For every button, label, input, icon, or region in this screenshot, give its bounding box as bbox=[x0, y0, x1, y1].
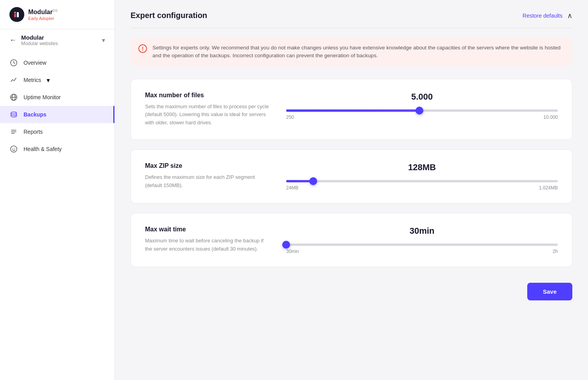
svg-rect-2 bbox=[14, 12, 16, 13]
restore-defaults-button[interactable]: Restore defaults bbox=[523, 13, 563, 19]
sidebar-item-overview[interactable]: Overview bbox=[0, 54, 114, 71]
config-control-max-zip: 128MB 24MB 1.024MB bbox=[286, 162, 558, 191]
logo-subtitle: Early Adopter bbox=[28, 16, 58, 21]
nav-back-text: Modular Modular websites bbox=[21, 34, 58, 46]
warning-text: Settings for experts only. We recommend … bbox=[152, 44, 564, 60]
nav-back-sub: Modular websites bbox=[21, 41, 58, 46]
nav-menu: Overview Metrics ▾ Uptime Monitor Backup… bbox=[0, 51, 114, 161]
config-section-max-zip: Max ZIP size Defines the maximum size fo… bbox=[131, 149, 572, 204]
config-desc-max-zip: Defines the maximum size for each ZIP se… bbox=[145, 173, 270, 190]
save-button[interactable]: Save bbox=[527, 283, 572, 300]
config-name-max-zip: Max ZIP size bbox=[145, 162, 270, 169]
sidebar-item-health-label: Health & Safety bbox=[24, 146, 62, 152]
sidebar-item-uptime-monitor[interactable]: Uptime Monitor bbox=[0, 89, 114, 106]
sidebar-item-backups-label: Backups bbox=[24, 111, 46, 118]
config-info-max-wait: Max wait time Maximum time to wait befor… bbox=[145, 226, 270, 253]
clock-icon bbox=[9, 58, 18, 67]
svg-rect-0 bbox=[14, 14, 16, 17]
config-info-max-zip: Max ZIP size Defines the maximum size fo… bbox=[145, 162, 270, 190]
svg-point-7 bbox=[11, 112, 16, 114]
save-bar: Save bbox=[131, 276, 572, 300]
back-arrow-icon: ← bbox=[9, 36, 16, 44]
page-title: Expert configuration bbox=[131, 11, 207, 20]
sidebar-item-backups[interactable]: Backups bbox=[0, 106, 114, 123]
logo-area: ModularDS Early Adopter bbox=[0, 0, 114, 29]
svg-point-12 bbox=[13, 148, 13, 149]
svg-point-11 bbox=[11, 146, 17, 152]
sidebar-item-health-safety[interactable]: Health & Safety bbox=[0, 140, 114, 158]
slider-max-max-files: 10.000 bbox=[543, 115, 558, 120]
svg-rect-1 bbox=[17, 12, 19, 17]
globe-icon bbox=[9, 93, 18, 102]
config-desc-max-files: Sets the maximum number of files to proc… bbox=[145, 103, 270, 127]
sidebar-item-reports[interactable]: Reports bbox=[0, 123, 114, 140]
slider-labels-max-wait: 30min 2h bbox=[286, 249, 558, 254]
main-content: Expert configuration Restore defaults ∧ … bbox=[115, 0, 588, 380]
svg-point-13 bbox=[15, 148, 15, 149]
database-icon bbox=[9, 110, 18, 119]
config-section-max-wait: Max wait time Maximum time to wait befor… bbox=[131, 213, 572, 267]
config-control-max-files: 5.000 250 10.000 bbox=[286, 92, 558, 120]
slider-max-files: 250 10.000 bbox=[286, 107, 558, 120]
sidebar: ModularDS Early Adopter ← Modular Modula… bbox=[0, 0, 115, 380]
metrics-chevron-icon: ▾ bbox=[47, 76, 50, 84]
config-control-max-wait: 30min 30min 2h bbox=[286, 226, 558, 254]
slider-value-max-wait: 30min bbox=[410, 226, 435, 236]
sidebar-item-metrics-label: Metrics bbox=[24, 77, 41, 83]
slider-max-zip: 24MB 1.024MB bbox=[286, 177, 558, 191]
slider-max-max-zip: 1.024MB bbox=[539, 185, 558, 191]
metrics-icon bbox=[9, 76, 18, 84]
logo-text-group: ModularDS Early Adopter bbox=[28, 8, 58, 20]
slider-value-max-zip: 128MB bbox=[408, 162, 436, 173]
nav-back[interactable]: ← Modular Modular websites ▾ bbox=[0, 29, 114, 51]
logo-title: ModularDS bbox=[28, 8, 58, 16]
sidebar-item-metrics[interactable]: Metrics ▾ bbox=[0, 71, 114, 89]
warning-banner: ! Settings for experts only. We recommen… bbox=[131, 38, 572, 66]
slider-max-max-wait: 2h bbox=[553, 249, 558, 254]
slider-max-wait: 30min 2h bbox=[286, 241, 558, 254]
logo-icon bbox=[9, 7, 24, 22]
slider-min-max-files: 250 bbox=[286, 115, 294, 120]
list-icon bbox=[9, 127, 18, 136]
warning-icon: ! bbox=[138, 44, 147, 53]
nav-back-title: Modular bbox=[21, 34, 58, 41]
slider-value-max-files: 5.000 bbox=[411, 92, 433, 102]
sidebar-item-overview-label: Overview bbox=[24, 60, 46, 66]
config-name-max-files: Max number of files bbox=[145, 92, 270, 99]
config-info-max-files: Max number of files Sets the maximum num… bbox=[145, 92, 270, 127]
sidebar-item-uptime-label: Uptime Monitor bbox=[24, 94, 61, 100]
slider-min-max-zip: 24MB bbox=[286, 185, 298, 191]
slider-min-max-wait: 30min bbox=[286, 249, 299, 254]
section-header: Expert configuration Restore defaults ∧ bbox=[131, 0, 572, 28]
collapse-icon[interactable]: ∧ bbox=[567, 11, 572, 20]
slider-labels-max-zip: 24MB 1.024MB bbox=[286, 185, 558, 191]
config-desc-max-wait: Maximum time to wait before canceling th… bbox=[145, 237, 270, 253]
slider-labels-max-files: 250 10.000 bbox=[286, 115, 558, 120]
smile-icon bbox=[9, 145, 18, 153]
config-name-max-wait: Max wait time bbox=[145, 226, 270, 233]
chevron-down-icon: ▾ bbox=[102, 36, 105, 44]
sidebar-item-reports-label: Reports bbox=[24, 129, 43, 135]
config-section-max-files: Max number of files Sets the maximum num… bbox=[131, 79, 572, 140]
